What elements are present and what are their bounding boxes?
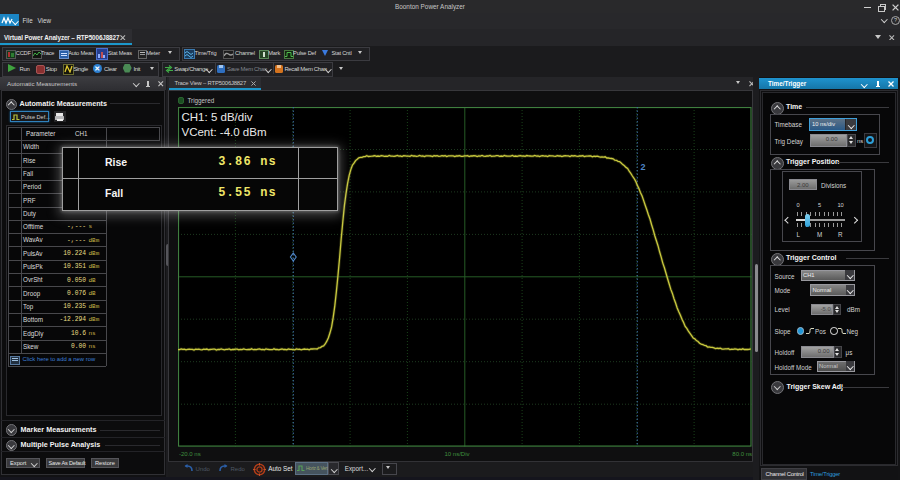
svg-text:2: 2 xyxy=(640,162,645,172)
